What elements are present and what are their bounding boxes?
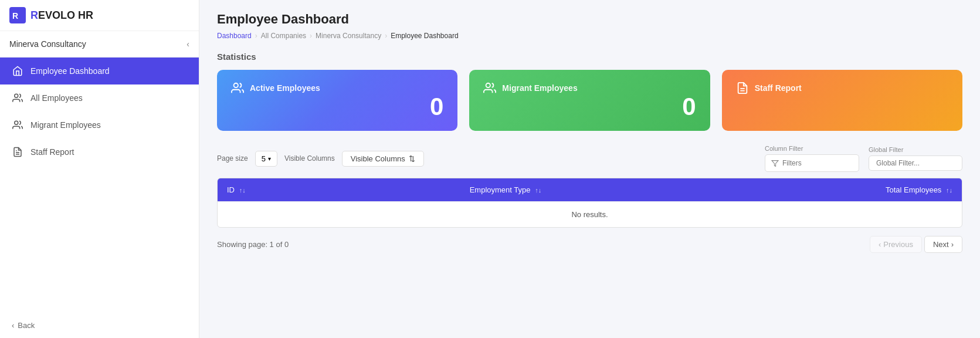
sidebar-item-all-employees[interactable]: All Employees (0, 84, 199, 111)
main-content: Employee Dashboard Dashboard › All Compa… (199, 0, 980, 338)
page-size-select[interactable]: 5 ▾ (255, 151, 277, 167)
logo-area: R REVOLO HR (0, 0, 199, 31)
people-icon-all (12, 92, 23, 104)
visible-cols-label: Visible Columns (284, 154, 335, 163)
home-icon (12, 65, 23, 77)
stat-card-migrant-label: Migrant Employees (502, 83, 577, 93)
breadcrumb: Dashboard › All Companies › Minerva Cons… (217, 32, 962, 40)
page-size-chevron-icon: ▾ (268, 156, 271, 162)
sort-icon-employment-type: ↑↓ (535, 187, 541, 194)
company-row[interactable]: Minerva Consultancy ‹ (0, 31, 199, 58)
sort-icon-id: ↑↓ (239, 187, 246, 194)
sort-arrows-icon: ⇅ (409, 154, 415, 163)
sort-icon-total-employees: ↑↓ (946, 187, 952, 194)
staff-report-icon (736, 82, 749, 94)
col-id[interactable]: ID ↑↓ (218, 178, 348, 202)
svg-point-6 (234, 83, 238, 87)
stats-section-title: Statistics (217, 52, 962, 62)
controls-right: Column Filter Global Filter (765, 145, 962, 172)
global-filter-label: Global Filter (869, 146, 962, 153)
stat-card-migrant-header: Migrant Employees (483, 82, 696, 94)
migrant-employees-icon (483, 82, 496, 94)
stat-card-staff-label: Staff Report (755, 83, 802, 93)
breadcrumb-minerva[interactable]: Minerva Consultancy (316, 32, 381, 40)
active-employees-icon (231, 82, 244, 94)
company-collapse-button[interactable]: ‹ (186, 39, 189, 49)
people-icon-migrant (12, 119, 23, 131)
data-table-wrap: ID ↑↓ Employment Type ↑↓ Total Employees… (217, 178, 962, 228)
next-button[interactable]: Next › (924, 236, 962, 253)
revolo-logo-icon: R (9, 7, 26, 23)
filter-icon (771, 158, 779, 168)
stat-card-active-label: Active Employees (250, 83, 320, 93)
page-size-value: 5 (262, 154, 266, 163)
table-controls: Page size 5 ▾ Visible Columns Visible Co… (217, 145, 962, 172)
stat-card-staff-header: Staff Report (736, 82, 948, 94)
table-body: No results. (218, 202, 962, 228)
page-title: Employee Dashboard (217, 12, 962, 27)
app-title: REVOLO HR (30, 9, 93, 22)
breadcrumb-dashboard[interactable]: Dashboard (217, 32, 252, 40)
global-filter-group: Global Filter (869, 146, 962, 171)
stats-row: Active Employees 0 Migrant Employees 0 S… (217, 70, 962, 131)
column-filter-input[interactable] (782, 159, 853, 167)
back-label: Back (18, 321, 35, 330)
next-chevron-icon: › (951, 240, 954, 249)
breadcrumb-all-companies[interactable]: All Companies (261, 32, 306, 40)
stat-card-migrant-value: 0 (483, 94, 696, 119)
breadcrumb-sep-2: › (310, 32, 312, 40)
document-icon (12, 146, 23, 158)
stat-card-active-value: 0 (231, 94, 443, 119)
visible-cols-btn-label: Visible Columns (351, 154, 405, 163)
column-filter-input-wrap (765, 154, 859, 172)
svg-marker-10 (772, 161, 778, 167)
breadcrumb-sep-1: › (255, 32, 257, 40)
company-name: Minerva Consultancy (9, 39, 86, 49)
column-filter-label: Column Filter (765, 145, 859, 152)
controls-left: Page size 5 ▾ Visible Columns Visible Co… (217, 151, 424, 167)
stat-card-active-header: Active Employees (231, 82, 443, 94)
data-table: ID ↑↓ Employment Type ↑↓ Total Employees… (218, 178, 962, 227)
no-results-message: No results. (218, 202, 962, 228)
page-size-label: Page size (217, 154, 248, 163)
breadcrumb-current: Employee Dashboard (391, 32, 458, 40)
table-empty-row: No results. (218, 202, 962, 228)
stat-card-staff[interactable]: Staff Report (722, 70, 962, 131)
sidebar-item-label: Employee Dashboard (30, 66, 110, 76)
svg-point-7 (486, 83, 490, 87)
sidebar-item-label: Staff Report (30, 147, 74, 157)
global-filter-input[interactable] (869, 156, 962, 171)
visible-columns-button[interactable]: Visible Columns ⇅ (342, 151, 424, 167)
col-employment-type[interactable]: Employment Type ↑↓ (348, 178, 663, 202)
back-chevron-icon: ‹ (12, 321, 14, 330)
back-button[interactable]: ‹ Back (0, 313, 199, 338)
previous-button[interactable]: ‹ Previous (870, 236, 922, 253)
sidebar-item-label: All Employees (30, 93, 83, 103)
breadcrumb-sep-3: › (385, 32, 387, 40)
svg-text:R: R (12, 11, 18, 21)
sidebar: R REVOLO HR Minerva Consultancy ‹ Employ… (0, 0, 199, 338)
sidebar-item-migrant-employees[interactable]: Migrant Employees (0, 111, 199, 138)
svg-point-2 (15, 94, 18, 97)
column-filter-group: Column Filter (765, 145, 859, 172)
svg-point-3 (15, 121, 18, 124)
sidebar-nav: Employee Dashboard All Employees Migrant… (0, 58, 199, 165)
stat-card-active[interactable]: Active Employees 0 (217, 70, 457, 131)
col-total-employees[interactable]: Total Employees ↑↓ (663, 178, 962, 202)
pagination: Showing page: 1 of 0 ‹ Previous Next › (217, 236, 962, 253)
showing-page-label: Showing page: 1 of 0 (217, 240, 289, 249)
stat-card-migrant[interactable]: Migrant Employees 0 (469, 70, 710, 131)
table-header: ID ↑↓ Employment Type ↑↓ Total Employees… (218, 178, 962, 202)
sidebar-item-label: Migrant Employees (30, 120, 101, 130)
sidebar-item-staff-report[interactable]: Staff Report (0, 138, 199, 165)
pagination-buttons: ‹ Previous Next › (870, 236, 962, 253)
prev-chevron-icon: ‹ (879, 240, 881, 249)
sidebar-item-employee-dashboard[interactable]: Employee Dashboard (0, 58, 199, 84)
